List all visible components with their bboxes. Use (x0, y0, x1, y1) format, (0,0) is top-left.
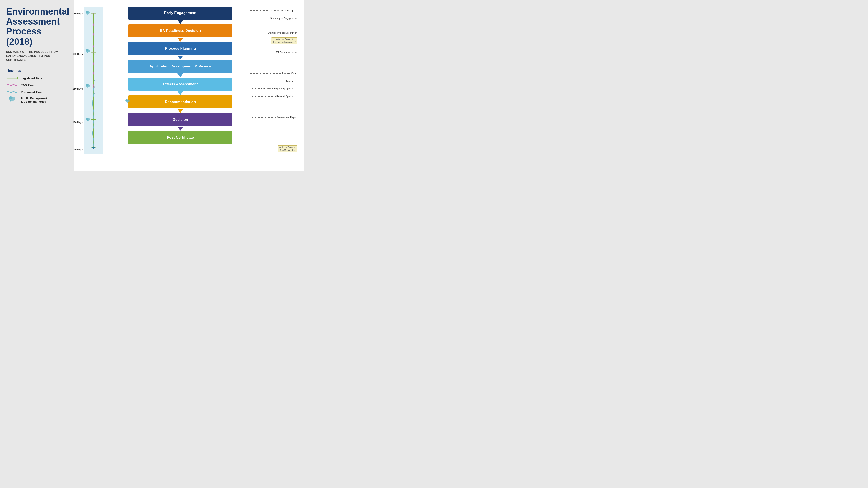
dotted-line-2 (250, 18, 269, 19)
bubble-1 (86, 11, 90, 15)
arrow-1 (177, 20, 183, 24)
note-detailed-project: Detailed Project Description (250, 31, 297, 34)
early-engagement-block: Early Engagement (128, 6, 232, 20)
dotted-line-7 (250, 81, 285, 82)
dotted-line-1 (250, 10, 270, 11)
note-text-7: Application (285, 80, 297, 83)
effects-assessment-block: Effects Assessment (128, 78, 232, 91)
consent-exemption-badge: Notice of Consent(Exemption/Termination) (271, 37, 297, 44)
legislated-time-icon (6, 76, 18, 80)
process-column: Early Engagement EA Readiness Decision P… (113, 4, 248, 167)
note-text-8: EAO Notice Regarding Application (260, 87, 297, 90)
postcert-block: Post Certificate (128, 131, 232, 144)
dotted-line-9 (250, 96, 276, 97)
svg-marker-24 (87, 120, 88, 122)
note-text-9: Revised Application (276, 95, 297, 98)
eao-label: EAO Time (21, 84, 34, 87)
proponent-label: Proponent Time (21, 91, 42, 94)
note-ea-certificate: Notice of Consent(EA Certificate) (250, 145, 297, 152)
process-planning-block: Process Planning (128, 42, 232, 55)
recommendation-block: Recommendation (128, 95, 232, 108)
note-text-5: EA Commencement (275, 51, 297, 54)
note-text-2: Summary of Engagement (269, 17, 297, 20)
day-label-150: 150 Days (72, 121, 83, 124)
svg-point-17 (86, 49, 88, 52)
public-label: Public Engagement& Comment Period (21, 97, 47, 103)
note-consent-exemption: Notice of Consent(Exemption/Termination) (250, 37, 297, 44)
legislated-label: Legislated Time (21, 76, 42, 80)
left-panel: Environmental Assessment Process (2018) … (0, 0, 74, 171)
dotted-line-5 (250, 52, 275, 53)
note-process-order: Process Order (250, 72, 297, 75)
note-assessment-report: Assessment Report (250, 116, 297, 119)
note-application: Application (250, 80, 297, 83)
timeline-svg (84, 7, 103, 154)
svg-point-4 (9, 96, 12, 99)
arrow-3 (177, 56, 183, 59)
arrow-2 (177, 38, 183, 42)
svg-point-20 (86, 84, 88, 86)
day-label-120: 120 Days (72, 53, 83, 55)
arrow-6 (177, 109, 183, 113)
note-text-3: Detailed Project Description (267, 31, 297, 34)
notes-column: Initial Project Description Summary of E… (250, 4, 297, 167)
svg-marker-21 (87, 87, 88, 88)
legend-legislated: Legislated Time (6, 76, 68, 80)
svg-point-23 (86, 118, 88, 120)
svg-marker-27 (126, 102, 128, 103)
note-ea-commencement: EA Commencement (250, 51, 297, 54)
appdev-review-block: Application Development & Review (128, 60, 232, 73)
legend-eao: EAO Time (6, 83, 68, 87)
svg-point-14 (86, 11, 88, 13)
note-text-6: Process Order (281, 72, 297, 75)
bubble-4 (86, 117, 90, 122)
legend-proponent: Proponent Time (6, 90, 68, 94)
note-text-1: Initial Project Description (270, 9, 297, 12)
process-flow: Early Engagement EA Readiness Decision P… (113, 4, 248, 144)
readiness-decision-block: EA Readiness Decision (128, 24, 232, 37)
timelines-section: Timelines Legislated Time EAO Time (6, 69, 68, 106)
bubble-2 (86, 49, 90, 53)
svg-marker-5 (10, 100, 11, 102)
note-eao-notice: EAO Notice Regarding Application (250, 87, 297, 90)
decision-block: Decision (128, 113, 232, 126)
subtitle: SUMMARY OF THE PROCESS FROM EARLY ENGAGE… (6, 50, 68, 62)
legend-public: Public Engagement& Comment Period (6, 97, 68, 103)
arrow-7 (177, 127, 183, 131)
eao-time-icon (6, 83, 18, 87)
timelines-heading: Timelines (6, 69, 68, 72)
ea-certificate-badge: Notice of Consent(EA Certificate) (278, 145, 298, 152)
dotted-line-3 (250, 33, 267, 33)
svg-marker-18 (87, 52, 88, 53)
right-panel: 90 Days 120 Days 180 Days 150 Days 30 Da… (74, 0, 304, 171)
note-initial-project: Initial Project Description (250, 9, 297, 12)
proponent-time-icon (6, 90, 18, 94)
note-text-10: Assessment Report (276, 116, 297, 119)
day-label-30: 30 Days (74, 148, 83, 151)
public-engagement-icon (6, 97, 18, 101)
arrow-4 (177, 73, 183, 77)
svg-point-26 (125, 99, 128, 101)
day-label-90: 90 Days (74, 12, 83, 15)
bubble-3 (86, 84, 90, 88)
day-label-180: 180 Days (72, 88, 83, 90)
main-title: Environmental Assessment Process (2018) (6, 6, 68, 46)
arrow-5 (177, 91, 183, 95)
timeline-column: 90 Days 120 Days 180 Days 150 Days 30 Da… (76, 4, 111, 167)
dotted-line-4 (250, 39, 271, 39)
timeline-bg: Seek consensus with participating Indige… (84, 6, 103, 154)
dotted-line-10 (250, 117, 276, 118)
note-revised-application: Revised Application (250, 95, 297, 98)
svg-marker-12 (92, 147, 95, 150)
note-summary-engagement: Summary of Engagement (250, 17, 297, 20)
svg-marker-15 (87, 14, 88, 15)
